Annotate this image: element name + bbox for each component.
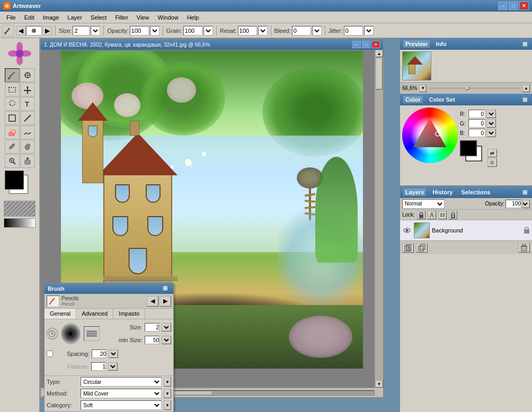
resat-select[interactable] [258,26,268,35]
category-select[interactable]: Soft [81,400,162,410]
feature-dropdown[interactable] [108,362,118,371]
opacity-dropdown[interactable] [522,200,530,208]
color-wheel[interactable] [402,108,458,163]
g-input[interactable] [468,119,485,128]
minimize-button[interactable]: ─ [498,2,508,10]
brush-tool-icon[interactable] [2,25,14,37]
foreground-color-swatch[interactable] [5,171,24,190]
grain-input[interactable] [183,26,202,35]
smear-tool[interactable] [20,126,35,139]
new-layer-btn[interactable] [402,243,414,253]
lock-all-btn[interactable] [449,211,457,219]
preview-tab[interactable]: Preview [403,40,430,48]
brush-shape-select[interactable] [84,326,100,341]
selection-rect-tool[interactable] [5,83,20,96]
menu-view[interactable]: View [132,13,154,22]
menu-filter[interactable]: Filter [111,13,132,22]
menu-select[interactable]: Select [86,13,111,22]
jitter-input[interactable] [344,26,363,35]
spacing-field[interactable] [92,350,107,358]
blend-mode-select[interactable]: Normal [402,199,445,209]
eraser-tool[interactable] [5,126,20,139]
brush-tab-advanced[interactable]: Advanced [76,309,113,319]
spacing-dropdown[interactable] [109,350,118,358]
maximize-button[interactable]: □ [509,2,518,10]
spacing-checkbox[interactable] [47,351,53,357]
menu-help[interactable]: Help [183,13,203,22]
bucket-fill-tool[interactable] [20,140,35,154]
doc-close-btn[interactable]: ✕ [371,41,380,48]
menu-edit[interactable]: Edit [20,13,39,22]
brush-tab-general[interactable]: General [45,309,76,319]
doc-restore-btn[interactable]: □ [362,41,370,48]
zoom-dropdown-btn[interactable]: ▼ [419,85,427,92]
clone-tool[interactable] [20,68,35,82]
swap-colors-btn[interactable]: ⇄ [487,149,497,157]
size-field[interactable] [145,323,159,332]
lasso-tool[interactable] [5,97,20,111]
pan-tool[interactable] [20,154,35,168]
menu-file[interactable]: File [2,13,20,22]
lock-transparency-btn[interactable] [417,211,425,219]
delete-layer-btn[interactable] [518,243,530,253]
r-select[interactable] [486,110,496,118]
brush-next-btn[interactable]: ▶ [159,296,171,307]
duplicate-layer-btn[interactable] [416,243,428,253]
bleed-input[interactable] [292,26,311,35]
zoom-tool[interactable] [5,154,20,168]
lock-move-btn[interactable] [438,211,447,219]
bleed-select[interactable] [312,26,322,35]
method-dropdown-arrow[interactable]: ▼ [164,389,171,398]
size-input[interactable] [73,26,90,35]
layers-panel-menu[interactable]: ⊞ [520,188,529,196]
jitter-select[interactable] [364,26,374,35]
brush-tab-impasto[interactable]: Impasto [113,309,145,319]
color-tab[interactable]: Color [403,96,423,103]
info-tab[interactable]: Info [434,40,449,48]
size-select[interactable] [91,26,100,35]
color-set-tab[interactable]: Color Set [427,96,457,103]
method-select[interactable]: Mild Cover [81,389,162,398]
texture-swatch[interactable] [4,201,36,217]
paint-brush-tool[interactable] [5,68,20,82]
fg-swatch[interactable] [460,140,477,156]
scroll-down-arrow[interactable]: ▼ [375,380,383,388]
layers-tab[interactable]: Layers [403,189,426,196]
r-input[interactable] [468,110,485,118]
type-dropdown-arrow[interactable]: ▼ [164,377,171,387]
opacity-select[interactable] [150,26,159,35]
history-tab[interactable]: History [430,189,455,196]
brush-variant-prev[interactable]: ◀ [16,26,25,35]
min-size-field[interactable] [145,336,159,344]
selections-tab[interactable]: Selections [459,189,492,196]
line-tool[interactable] [20,111,35,125]
scroll-up-arrow[interactable]: ▲ [375,50,383,57]
move-tool[interactable] [20,83,35,96]
menu-layer[interactable]: Layer [63,13,86,22]
menu-window[interactable]: Window [154,13,183,22]
brush-panel-menu[interactable]: ⊞ [163,285,170,292]
close-button[interactable]: ✕ [519,2,529,10]
opacity-input[interactable] [130,26,149,35]
text-tool[interactable]: T [20,97,35,111]
doc-minimize-btn[interactable]: ─ [352,41,361,48]
eyedropper-tool[interactable] [5,140,20,154]
brush-variant-next[interactable]: ▶ [42,26,52,35]
color-wheel-container[interactable] [402,108,458,163]
reset-colors-btn[interactable]: ⊙ [487,158,497,167]
layer-background[interactable]: Background [400,220,532,240]
layer-visibility-toggle[interactable] [402,226,412,235]
preview-panel-menu[interactable]: ⊞ [520,40,529,48]
shape-tool[interactable] [5,111,20,125]
color-panel-menu[interactable]: ⊞ [520,95,529,104]
b-select[interactable] [486,129,496,137]
size-dropdown[interactable] [162,323,171,332]
grain-select[interactable] [203,26,213,35]
zoom-max-btn[interactable]: ▲ [522,85,530,92]
zoom-thumb[interactable] [465,86,469,90]
brush-prev-btn[interactable]: ◀ [147,296,158,307]
lock-paint-btn[interactable] [428,211,436,219]
min-size-dropdown[interactable] [162,336,171,344]
type-select[interactable]: Circular [81,377,162,387]
gradient-swatch[interactable] [4,218,36,228]
